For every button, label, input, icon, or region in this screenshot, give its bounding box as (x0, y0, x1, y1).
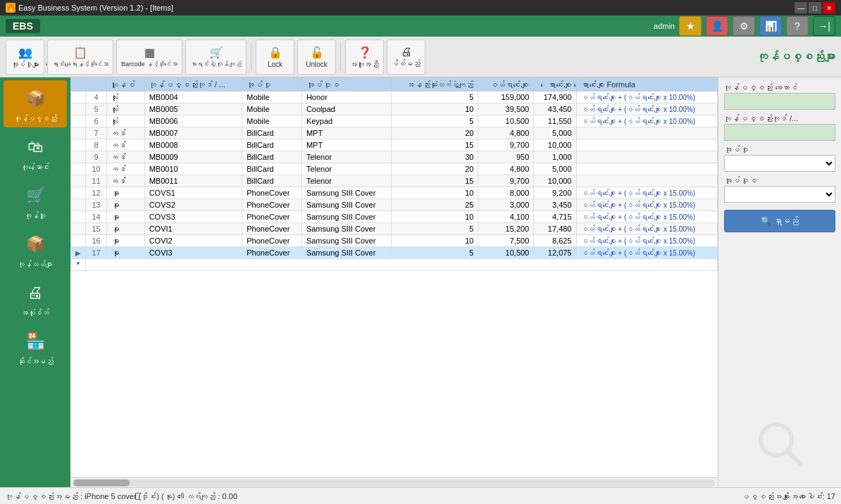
separator-2 (340, 43, 341, 71)
search-button[interactable]: 🔍 ရှာမည် (724, 210, 835, 232)
invoice-button[interactable]: 🛒 စာရင်းဆွဲကုန်ကျည် (185, 39, 247, 75)
table-row[interactable]: ▶ 17 ခု COVI3 PhoneCover Samsung SIII Co… (71, 247, 718, 259)
arrow-cell (71, 235, 86, 247)
new-row[interactable]: * (71, 259, 718, 271)
category-cell: Mobile (242, 92, 302, 103)
sidebar-item-print[interactable]: 🖨 အသုံးစိတ် (4, 275, 67, 322)
svg-line-1 (788, 452, 801, 465)
num-cell: 4 (86, 92, 107, 103)
minimize-button[interactable]: — (795, 2, 807, 13)
close-toolbar-button[interactable]: 🖨 ပိတ်မည် (387, 39, 425, 75)
type-cell: ကဒ် (107, 139, 145, 151)
type-cell: ကဒ် (107, 163, 145, 175)
arrow-cell (71, 211, 86, 223)
quantity-cell: 15 (392, 139, 478, 151)
count-input[interactable] (724, 93, 835, 110)
print-sidebar-icon: 🖨 (21, 279, 49, 307)
table-row[interactable]: 4 လုံး MB0004 Mobile Honor 5 159,000 174… (71, 92, 718, 103)
table-container[interactable]: ယူနစ် ကုန်ပစ္စည်းကုဒ် / ... အုပ်စု အုပ်စ… (70, 77, 718, 477)
star-button[interactable]: ★ (679, 16, 702, 36)
category-select[interactable] (724, 155, 835, 172)
groups-icon: 👥 (18, 46, 32, 59)
num-cell: 12 (86, 187, 107, 199)
name-cell: Samsung SIII Cover (301, 187, 391, 199)
num-cell: 13 (86, 199, 107, 211)
sidebar-cart-label: ကုန်ယူ (25, 212, 46, 220)
formula-cell: ဝယ်ရင်းစျေး + (ဝယ်ရင်းစျေး x 10.00%) (576, 92, 718, 103)
quantity-cell: 10 (392, 187, 478, 199)
table-row[interactable]: 9 ကဒ် MB0009 BillCard Telenor 30 950 1,0… (71, 151, 718, 163)
barcode-button[interactable]: ▦ Barcode နှင့်ဆိုင်သော (116, 39, 182, 75)
lock-button[interactable]: 🔒 Lock (256, 39, 294, 75)
code-cell: COVS2 (144, 199, 242, 211)
table-row[interactable]: 15 ခု COVI1 PhoneCover Samsung SIII Cove… (71, 223, 718, 235)
table-row[interactable]: 10 ကဒ် MB0010 BillCard Telenor 20 4,800 … (71, 163, 718, 175)
code-cell: COVS3 (144, 211, 242, 223)
type-cell: ခု (107, 247, 145, 259)
arrow-cell (71, 139, 86, 151)
num-cell: 6 (86, 115, 107, 127)
settings-button[interactable]: ⚙ (733, 16, 755, 36)
category-cell: Mobile (242, 103, 302, 115)
name-cell: Telenor (301, 175, 391, 187)
app-logo: EBS (6, 19, 40, 33)
table-row[interactable]: 14 ခု COVS3 PhoneCover Samsung SIII Cove… (71, 211, 718, 223)
groups-button[interactable]: 👥 အုပ်စုများ (6, 39, 44, 75)
sidebar-item-items[interactable]: 📦 ကုန်ပစ္စည် (4, 80, 67, 127)
invoice-icon: 🛒 (209, 46, 223, 59)
table-row[interactable]: 11 ကဒ် MB0011 BillCard Telenor 15 9,700 … (71, 175, 718, 187)
num-cell: 16 (86, 235, 107, 247)
close-button[interactable]: ✕ (823, 2, 835, 13)
table-row[interactable]: 5 လုံး MB0005 Mobile Coolpad 10 39,500 4… (71, 103, 718, 115)
table-row[interactable]: 6 လုံး MB0006 Mobile Keypad 5 10,500 11,… (71, 115, 718, 127)
col-arrow (71, 78, 86, 92)
close-toolbar-icon: 🖨 (401, 46, 412, 58)
person-button[interactable]: 👤 (706, 16, 728, 36)
arrow-cell (71, 103, 86, 115)
category-cell: Mobile (242, 115, 302, 127)
category-section: အုပ်စု (724, 145, 835, 172)
col-code: ကုန်ပစ္စည်းကုဒ် / ... (144, 78, 242, 92)
chart-button[interactable]: 📊 (759, 16, 782, 36)
table-row[interactable]: 13 ခု COVS2 PhoneCover Samsung SIII Cove… (71, 199, 718, 211)
unlock-button[interactable]: 🔓 Unlock (297, 39, 336, 75)
maximize-button[interactable]: □ (809, 2, 821, 13)
help-toolbar-button[interactable]: ❓ အကူအညီ (345, 39, 384, 75)
items-table: ယူနစ် ကုန်ပစ္စည်းကုဒ် / ... အုပ်စု အုပ်စ… (70, 77, 718, 271)
horizontal-scrollbar[interactable] (70, 477, 718, 487)
right-panel: ကုန်ပစ္စည်း အကောင် ကုန်ပစ္စည်းကုဒ် /... … (718, 77, 841, 487)
menu-bar: EBS admin ★ 👤 ⚙ 📊 ? →| (0, 15, 841, 37)
sidebar-item-cart[interactable]: 🛒 ကုန်ယူ (4, 177, 67, 225)
exit-button[interactable]: →| (813, 16, 835, 36)
sidebar-item-shopping[interactable]: 🛍 ကုန်ဆောင်း (4, 129, 67, 176)
formula-cell: ဝယ်ရင်းစျေး + (ဝယ်ရင်းစျေး x 10.00%) (576, 115, 718, 127)
name-cell: Honor (301, 92, 391, 103)
code-cell: MB0004 (144, 92, 242, 103)
sidebar-item-inventory[interactable]: 📦 ကုန်လယ်ဂျာ (4, 226, 67, 273)
code-cell: MB0009 (144, 151, 242, 163)
sellprice-cell: 10,000 (534, 139, 576, 151)
buyprice-cell: 4,800 (478, 163, 534, 175)
quantity-cell: 10 (392, 103, 478, 115)
category-cell: PhoneCover (242, 199, 302, 211)
subcategory-select[interactable] (724, 186, 835, 203)
code-input[interactable] (724, 124, 835, 141)
num-cell: 15 (86, 223, 107, 235)
formula-cell (576, 127, 718, 139)
buyprice-cell: 15,200 (478, 223, 534, 235)
sales-icon: 📋 (73, 46, 87, 59)
help-button[interactable]: ? (786, 16, 809, 36)
main-layout: 📦 ကုန်ပစ္စည် 🛍 ကုန်ဆောင်း 🛒 ကုန်ယူ 📦 ကုန… (0, 77, 841, 487)
arrow-cell (71, 127, 86, 139)
table-row[interactable]: 8 ကဒ် MB0008 BillCard MPT 15 9,700 10,00… (71, 139, 718, 151)
sales-button[interactable]: 📋 ရောင်းချရေးနှင့်ဆိုင်သော (47, 39, 113, 75)
type-cell: ခု (107, 223, 145, 235)
table-row[interactable]: 12 ခု COVS1 PhoneCover Samsung SIII Cove… (71, 187, 718, 199)
buyprice-cell: 159,000 (478, 92, 534, 103)
table-row[interactable]: 7 ကဒ် MB0007 BillCard MPT 20 4,800 5,000 (71, 127, 718, 139)
table-row[interactable]: 16 ခု COVI2 PhoneCover Samsung SIII Cove… (71, 235, 718, 247)
quantity-cell: 5 (392, 115, 478, 127)
sidebar-item-shop[interactable]: 🏪 ဆိုင်အမည် (4, 323, 67, 370)
separator-1 (251, 43, 251, 71)
sellprice-cell: 9,200 (534, 187, 576, 199)
